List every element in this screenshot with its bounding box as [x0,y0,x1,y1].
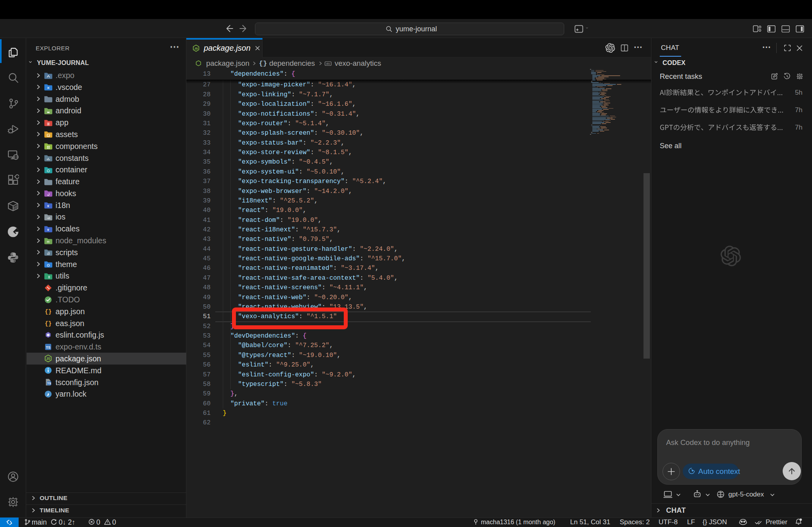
svg-text:abc: abc [326,62,330,65]
svg-text:JS: JS [46,357,51,361]
svg-text:{}: {} [45,321,52,327]
svg-text:TS: TS [46,345,51,349]
svg-text:TS: TS [47,382,51,385]
svg-text:JS: JS [194,47,198,50]
svg-text:{}: {} [45,309,52,315]
